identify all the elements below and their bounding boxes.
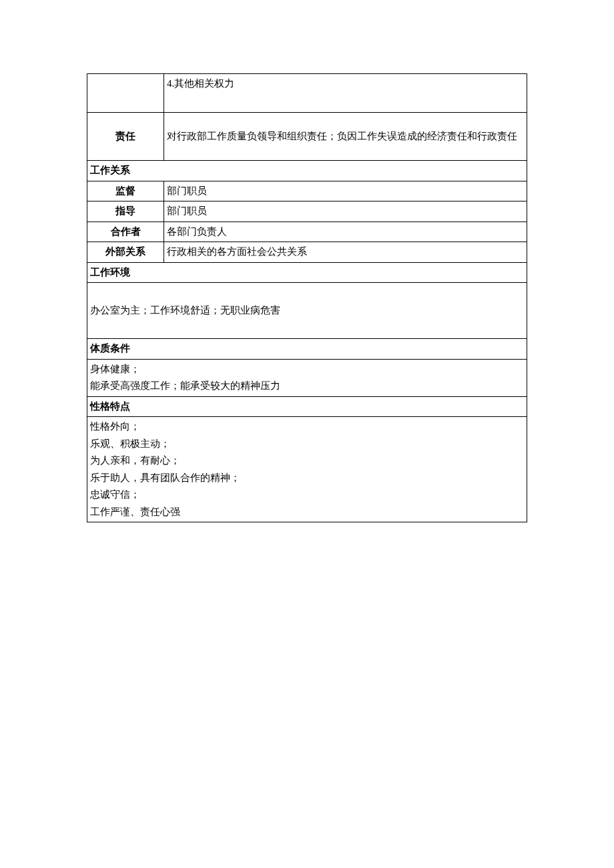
personality-line4: 乐于助人，具有团队合作的精神；	[90, 470, 524, 487]
blank-label	[87, 74, 164, 113]
physical-line2: 能承受高强度工作；能承受较大的精神压力	[90, 378, 524, 395]
personality-line6: 工作严谨、责任心强	[90, 504, 524, 521]
responsibility-content: 对行政部工作质量负领导和组织责任；负因工作失误造成的经济责任和行政责任	[164, 113, 527, 161]
supervise-value: 部门职员	[164, 181, 527, 201]
personality-line3: 为人亲和，有耐心；	[90, 452, 524, 470]
personality-header: 性格特点	[87, 396, 527, 417]
physical-header: 体质条件	[87, 339, 527, 360]
supervise-label: 监督	[87, 181, 164, 201]
personality-line1: 性格外向；	[90, 418, 524, 436]
personality-line5: 忠诚守信；	[90, 486, 524, 504]
document-table: 4.其他相关权力 责任 对行政部工作质量负领导和组织责任；负因工作失误造成的经济…	[87, 73, 527, 522]
physical-content: 身体健康； 能承受高强度工作；能承受较大的精神压力	[87, 359, 527, 396]
other-rights-cell: 4.其他相关权力	[164, 74, 527, 113]
guide-value: 部门职员	[164, 201, 527, 222]
guide-label: 指导	[87, 201, 164, 222]
personality-content: 性格外向； 乐观、积极主动； 为人亲和，有耐心； 乐于助人，具有团队合作的精神；…	[87, 417, 527, 522]
work-env-content: 办公室为主；工作环境舒适；无职业病危害	[87, 283, 527, 339]
external-label: 外部关系	[87, 242, 164, 263]
work-env-header: 工作环境	[87, 262, 527, 283]
responsibility-label: 责任	[87, 113, 164, 161]
coop-label: 合作者	[87, 222, 164, 242]
external-value: 行政相关的各方面社会公共关系	[164, 242, 527, 263]
work-relations-header: 工作关系	[87, 161, 527, 181]
physical-line1: 身体健康；	[90, 361, 524, 378]
coop-value: 各部门负责人	[164, 222, 527, 242]
personality-line2: 乐观、积极主动；	[90, 436, 524, 453]
